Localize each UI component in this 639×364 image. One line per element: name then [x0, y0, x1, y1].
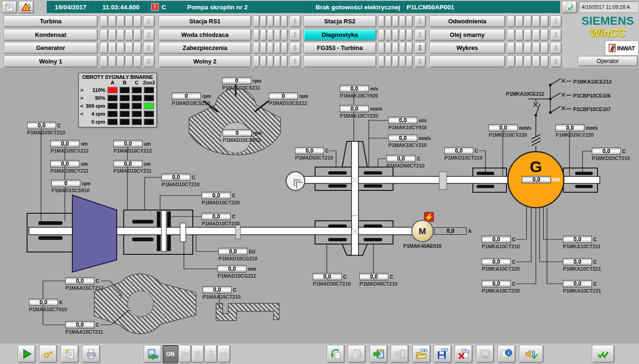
- menu-key-col1-row2-1[interactable]: [100, 29, 108, 41]
- menu-key-col4-row1-1[interactable]: [507, 15, 515, 27]
- value-box-cs210[interactable]: 0: [172, 92, 201, 100]
- toolbar-runtime-start-button[interactable]: [18, 345, 35, 363]
- value-box-mad10ct210[interactable]: 0,0: [162, 174, 190, 181]
- menu-arrow-fg353-turbina[interactable]: ⇩: [414, 42, 426, 54]
- toolbar-nav-left-button[interactable]: [178, 345, 191, 363]
- alarm-warning-button[interactable]: !: [19, 1, 34, 13]
- toolbar-nav-up-button[interactable]: [191, 345, 204, 363]
- menu-key-col2-row1-4[interactable]: [274, 15, 281, 27]
- menu-key-col3-row3-4[interactable]: [399, 42, 406, 54]
- menu-key-col2-row4-2[interactable]: [260, 56, 267, 67]
- value-box-mkd20ct210[interactable]: 0,0: [592, 147, 621, 155]
- menu-key-col2-row2-5[interactable]: [281, 29, 288, 41]
- menu-key-col2-row1-1[interactable]: [253, 15, 260, 27]
- menu-key-col2-row2-4[interactable]: [274, 29, 281, 41]
- toolbar-monitor-button[interactable]: [476, 345, 494, 363]
- menu-key-col2-row4-3[interactable]: [267, 56, 274, 67]
- value-box-cs910b[interactable]: 0: [51, 180, 80, 187]
- toolbar-audio-ack-button[interactable]: [519, 345, 543, 363]
- menu-stacja-rs1-button[interactable]: Stacja RS1: [159, 15, 251, 27]
- menu-key-col4-row1-2[interactable]: [515, 15, 523, 27]
- value-box-mad40ct210[interactable]: 0,0: [359, 273, 388, 280]
- value-box-cs211[interactable]: 0: [222, 77, 251, 84]
- value-box-mka10ct210[interactable]: 0,0: [482, 236, 511, 243]
- menu-key-col3-row1-4[interactable]: [399, 15, 406, 27]
- value-box-mad60ct210[interactable]: 0,0: [386, 155, 415, 162]
- menu-arrow-kondensat[interactable]: ⇩: [143, 29, 154, 41]
- value-box-mad30ct210[interactable]: 0,0: [313, 273, 342, 280]
- menu-arrow-wolny-2[interactable]: ⇩: [289, 56, 301, 67]
- menu-key-col3-row1-2[interactable]: [385, 15, 392, 27]
- value-box-gen_mw[interactable]: 0,0: [522, 176, 551, 183]
- menu-arrow-stacja-rs1[interactable]: ⇩: [289, 15, 301, 27]
- menu-arrow-generator[interactable]: ⇩: [143, 42, 154, 54]
- menu-stacja-rs2-button[interactable]: Stacja RS2: [303, 15, 376, 27]
- toolbar-report-print-button[interactable]: [82, 345, 100, 363]
- value-box-mka10ct230[interactable]: 0,0: [482, 280, 511, 287]
- value-box-mad50ct210[interactable]: 0,0: [295, 147, 324, 154]
- menu-key-col2-row3-3[interactable]: [267, 42, 274, 54]
- menu-arrow-diagnostyka[interactable]: ⇩: [414, 29, 426, 41]
- menu-key-col1-row1-5[interactable]: [133, 15, 141, 27]
- menu-key-col4-row1-4[interactable]: [532, 15, 540, 27]
- value-box-maa15ct210[interactable]: 0,0: [203, 286, 232, 294]
- menu-col3-row4-button[interactable]: [303, 56, 376, 67]
- menu-wykres-button[interactable]: Wykres: [429, 42, 505, 54]
- menu-turbina-button[interactable]: Turbina: [4, 15, 98, 27]
- toolbar-key-button[interactable]: [39, 345, 57, 363]
- menu-key-col2-row2-2[interactable]: [260, 29, 267, 41]
- alarm-list-button[interactable]: ★: [2, 1, 17, 13]
- value-box-mad10cy212[interactable]: 0,0: [113, 140, 142, 147]
- value-box-cs212[interactable]: 0: [269, 92, 298, 100]
- menu-key-col3-row1-3[interactable]: [392, 15, 399, 27]
- toolbar-open-button[interactable]: [413, 345, 430, 363]
- value-box-mad20ct210[interactable]: 0,0: [27, 122, 56, 129]
- menu-key-col3-row2-4[interactable]: [399, 29, 406, 41]
- menu-key-col4-row1-5[interactable]: [541, 15, 548, 27]
- value-box-mka10ct211[interactable]: 0,0: [563, 236, 592, 243]
- menu-key-col1-row4-5[interactable]: [133, 56, 141, 67]
- menu-key-col2-row3-5[interactable]: [281, 42, 288, 54]
- menu-woda-chlodzaca-button[interactable]: Woda chlodzaca: [159, 29, 251, 41]
- menu-key-col1-row2-4[interactable]: [125, 29, 133, 41]
- menu-key-col1-row2-2[interactable]: [108, 29, 116, 41]
- value-box-mkd20cy220[interactable]: 0,0: [555, 124, 584, 132]
- value-box-mka10ct220[interactable]: 0,0: [482, 258, 511, 266]
- value-box-mad10ct220[interactable]: 0,0: [202, 192, 231, 199]
- value-box-mkd10cy220[interactable]: 0,0: [489, 124, 518, 132]
- menu-key-col1-row2-5[interactable]: [133, 29, 141, 41]
- menu-key-col3-row2-2[interactable]: [385, 29, 392, 41]
- operator-button[interactable]: Operator: [578, 56, 638, 66]
- value-box-mkd10ct210[interactable]: 0,0: [444, 147, 473, 154]
- value-box-maa15ct211[interactable]: 0,0: [65, 321, 94, 329]
- menu-key-col4-row3-4[interactable]: [532, 42, 540, 54]
- value-box-maa15ct910[interactable]: 0,0: [29, 299, 58, 306]
- menu-key-col2-row3-1[interactable]: [253, 42, 260, 54]
- value-box-mka10ct221[interactable]: 0,0: [563, 258, 592, 266]
- menu-key-col1-row1-3[interactable]: [117, 15, 125, 27]
- menu-key-col4-row3-5[interactable]: [541, 42, 548, 54]
- menu-col4-row4-button[interactable]: [429, 56, 505, 67]
- menu-key-col1-row3-4[interactable]: [125, 42, 133, 54]
- menu-key-col4-row4-4[interactable]: [532, 56, 540, 67]
- menu-key-col4-row3-1[interactable]: [507, 42, 515, 54]
- menu-key-col2-row4-5[interactable]: [281, 56, 288, 67]
- menu-key-col2-row2-3[interactable]: [267, 29, 274, 41]
- menu-key-col4-row4-3[interactable]: [524, 56, 532, 67]
- toolbar-redo-button[interactable]: [348, 345, 365, 363]
- value-box-maa15ct212[interactable]: 0,0: [65, 277, 94, 285]
- value-box-mak10cy220[interactable]: 0,0: [340, 105, 369, 112]
- value-box-mad10cy211[interactable]: 0,0: [113, 160, 142, 168]
- menu-key-col4-row2-1[interactable]: [507, 29, 515, 41]
- toolbar-info-button[interactable]: i: [498, 345, 515, 363]
- menu-key-col3-row3-2[interactable]: [385, 42, 392, 54]
- menu-key-col4-row3-2[interactable]: [515, 42, 523, 54]
- menu-key-col2-row4-4[interactable]: [274, 56, 281, 67]
- value-box-mak40ae010[interactable]: 0,0: [434, 227, 467, 235]
- menu-key-col3-row3-3[interactable]: [392, 42, 399, 54]
- menu-key-col4-row2-5[interactable]: [541, 29, 548, 41]
- toolbar-screen-enter-button[interactable]: [370, 345, 387, 363]
- menu-key-col3-row2-5[interactable]: [406, 29, 413, 41]
- menu-key-col3-row4-4[interactable]: [399, 56, 406, 67]
- value-box-mak10cy910[interactable]: 0,0: [388, 117, 417, 124]
